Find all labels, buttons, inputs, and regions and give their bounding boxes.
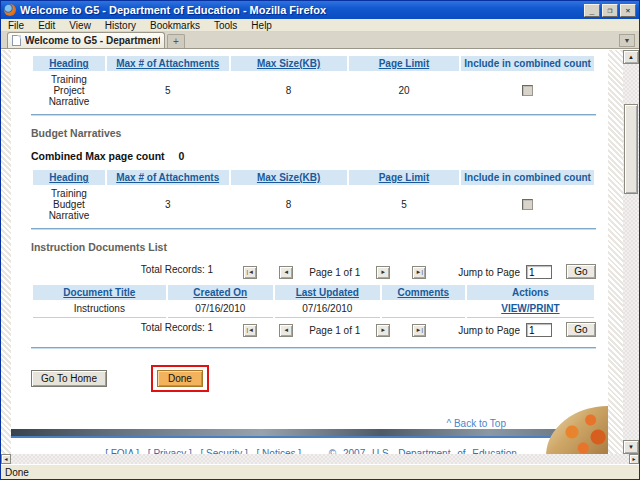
instruction-documents-table: Document Title Created On Last Updated C… xyxy=(31,285,596,318)
next-page-button[interactable]: ► xyxy=(376,266,390,279)
col-comments[interactable]: Comments xyxy=(382,285,465,300)
cell-limit: 5 xyxy=(349,185,460,224)
menu-edit[interactable]: Edit xyxy=(31,20,62,31)
col-created-on[interactable]: Created On xyxy=(168,285,273,300)
total-records: Total Records: 1 xyxy=(141,322,213,333)
scroll-up-button[interactable]: ▲ xyxy=(623,50,639,64)
jump-to-page-label: Jump to Page xyxy=(458,266,520,279)
col-max-attachments[interactable]: Max # of Attachments xyxy=(107,56,229,71)
first-page-button[interactable]: |◄ xyxy=(243,266,257,279)
new-tab-button[interactable]: + xyxy=(167,34,185,48)
firefox-icon xyxy=(4,4,16,16)
done-button[interactable]: Done xyxy=(157,370,203,387)
prev-page-button[interactable]: ◄ xyxy=(279,324,293,337)
tab-title: Welcome to G5 - Department of Edu... xyxy=(25,35,160,46)
tab-list-dropdown-icon[interactable]: ▼ xyxy=(619,34,635,47)
tab-welcome-g5[interactable]: Welcome to G5 - Department of Edu... xyxy=(7,32,165,48)
title-bar: Welcome to G5 - Department of Education … xyxy=(1,1,639,19)
cell-comments xyxy=(382,300,465,318)
status-text: Done xyxy=(5,467,29,478)
view-print-link[interactable]: VIEW/PRINT xyxy=(501,303,559,314)
cell-attachments: 3 xyxy=(107,185,229,224)
col-document-title[interactable]: Document Title xyxy=(33,285,166,300)
cell-include xyxy=(461,71,594,110)
first-page-button[interactable]: |◄ xyxy=(243,324,257,337)
col-heading[interactable]: Heading xyxy=(33,170,105,185)
last-page-button[interactable]: ►| xyxy=(412,266,426,279)
col-actions: Actions xyxy=(467,285,594,300)
col-max-size[interactable]: Max Size(KB) xyxy=(231,170,347,185)
security-link[interactable]: [ Security ] xyxy=(201,448,248,454)
page-icon xyxy=(12,35,21,46)
action-buttons: Go To Home Done xyxy=(31,365,596,392)
cell-include xyxy=(461,185,594,224)
divider xyxy=(31,347,596,349)
menu-history[interactable]: History xyxy=(98,20,143,31)
scroll-right-button[interactable]: ► xyxy=(629,454,639,464)
col-include-combined: Include in combined count xyxy=(461,170,594,185)
close-button[interactable]: ✕ xyxy=(620,4,636,17)
classroom-chairs-image xyxy=(546,406,608,454)
cell-heading: Training Project Narrative xyxy=(33,71,105,110)
prev-page-button[interactable]: ◄ xyxy=(279,266,293,279)
page-indicator: Page 1 of 1 xyxy=(309,324,360,337)
pager-top: Total Records: 1 |◄ ◄ Page 1 of 1 ► ►| J… xyxy=(31,264,596,279)
cell-size: 8 xyxy=(231,71,347,110)
table-row: Training Project Narrative 5 8 20 xyxy=(33,71,594,110)
table-row: Training Budget Narrative 3 8 5 xyxy=(33,185,594,224)
footer: [ FOIA ] [ Privacy ] [ Security ] [ Noti… xyxy=(11,438,608,454)
window-title: Welcome to G5 - Department of Education … xyxy=(20,4,584,16)
col-page-limit[interactable]: Page Limit xyxy=(349,170,460,185)
jump-to-page-input[interactable] xyxy=(526,265,552,279)
divider xyxy=(31,228,596,230)
instruction-documents-label: Instruction Documents List xyxy=(31,241,596,253)
menu-bar: File Edit View History Bookmarks Tools H… xyxy=(1,19,639,32)
horizontal-scrollbar[interactable]: ◄ ► xyxy=(1,454,639,464)
browser-window: Welcome to G5 - Department of Education … xyxy=(0,0,640,480)
cell-updated: 07/16/2010 xyxy=(275,300,380,318)
cell-created: 07/16/2010 xyxy=(168,300,273,318)
include-checkbox[interactable] xyxy=(522,199,533,210)
col-max-attachments[interactable]: Max # of Attachments xyxy=(107,170,229,185)
combined-max-page-count: Combined Max page count0 xyxy=(31,150,596,162)
divider xyxy=(31,114,596,116)
include-checkbox[interactable] xyxy=(522,85,533,96)
foia-link[interactable]: [ FOIA ] xyxy=(105,448,139,454)
minimize-button[interactable]: _ xyxy=(584,4,600,17)
menu-file[interactable]: File xyxy=(1,20,31,31)
next-page-button[interactable]: ► xyxy=(376,324,390,337)
vertical-scrollbar-thumb[interactable] xyxy=(624,104,638,194)
notices-link[interactable]: [ Notices ] xyxy=(257,448,301,454)
menu-bookmarks[interactable]: Bookmarks xyxy=(143,20,207,31)
back-to-top-link[interactable]: ^ Back to Top xyxy=(446,418,506,429)
page-left-margin xyxy=(1,50,11,454)
highlight-annotation-box: Done xyxy=(151,365,209,392)
restore-button[interactable]: ❐ xyxy=(602,4,618,17)
go-button[interactable]: Go xyxy=(566,264,596,279)
tab-bar: Welcome to G5 - Department of Edu... + ▼ xyxy=(1,32,639,49)
copyright-text: © 2007 U.S. Department of Education xyxy=(329,448,517,454)
menu-tools[interactable]: Tools xyxy=(207,20,244,31)
go-button[interactable]: Go xyxy=(566,322,596,337)
last-page-button[interactable]: ►| xyxy=(412,324,426,337)
page-right-margin xyxy=(608,50,623,454)
page-content: Heading Max # of Attachments Max Size(KB… xyxy=(11,50,608,454)
total-records: Total Records: 1 xyxy=(141,264,213,275)
go-to-home-button[interactable]: Go To Home xyxy=(31,370,107,387)
scroll-down-button[interactable]: ▼ xyxy=(623,440,639,454)
status-bar: Done xyxy=(1,464,639,479)
cell-title: Instructions xyxy=(33,300,166,318)
col-heading[interactable]: Heading xyxy=(33,56,105,71)
col-max-size[interactable]: Max Size(KB) xyxy=(231,56,347,71)
col-last-updated[interactable]: Last Updated xyxy=(275,285,380,300)
cell-action: VIEW/PRINT xyxy=(467,300,594,318)
col-page-limit[interactable]: Page Limit xyxy=(349,56,460,71)
menu-help[interactable]: Help xyxy=(244,20,279,31)
vertical-scrollbar[interactable]: ▲ ▼ xyxy=(623,50,639,454)
scroll-left-button[interactable]: ◄ xyxy=(1,454,11,464)
menu-view[interactable]: View xyxy=(62,20,98,31)
banner-strip xyxy=(11,429,608,438)
jump-to-page-input[interactable] xyxy=(526,323,552,337)
document-row: Instructions 07/16/2010 07/16/2010 VIEW/… xyxy=(33,300,594,318)
privacy-link[interactable]: [ Privacy ] xyxy=(148,448,192,454)
